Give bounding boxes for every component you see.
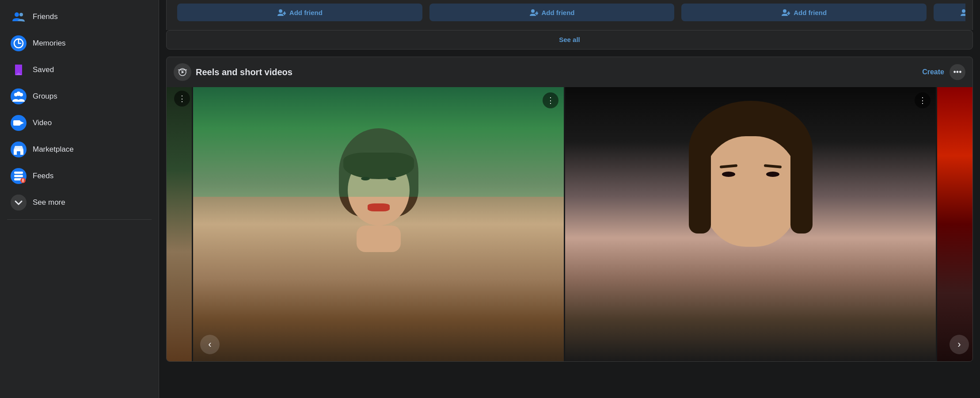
svg-rect-19 (17, 151, 20, 155)
sidebar-item-marketplace[interactable]: Marketplace (4, 137, 155, 162)
sidebar-item-friends[interactable]: Friends (4, 4, 155, 29)
add-friend-icon-3 (781, 8, 790, 17)
friends-icon (11, 9, 27, 25)
reel-card-partial-right: › (937, 87, 972, 361)
svg-point-1 (15, 12, 19, 17)
see-all-container: See all (166, 30, 973, 50)
sidebar-item-video[interactable]: Video (4, 111, 155, 135)
friend-card-1: Add friend (174, 0, 426, 25)
reels-title: Reels and short videos (196, 67, 292, 77)
svg-rect-22 (14, 175, 23, 177)
reels-icon (174, 63, 191, 81)
reel-1-options-button[interactable]: ⋮ (174, 91, 190, 107)
add-friend-label-2: Add friend (542, 9, 575, 16)
sidebar-item-memories[interactable]: Memories (4, 31, 155, 56)
reels-actions: Create ••• (922, 64, 965, 80)
marketplace-icon (11, 142, 27, 157)
main-content: Add friend Add friend (159, 0, 980, 398)
memories-icon (11, 35, 27, 51)
reel-3-dots-icon: ⋮ (919, 96, 927, 105)
sidebar-item-groups-label: Groups (33, 92, 57, 101)
reel-prev-icon: ‹ (208, 339, 211, 350)
saved-icon (11, 62, 27, 78)
reels-title-group: Reels and short videos (174, 63, 292, 81)
svg-point-28 (279, 9, 282, 13)
add-friend-icon-2 (529, 8, 538, 17)
reel-1-background (167, 87, 192, 361)
sidebar-item-feeds[interactable]: Feeds (4, 164, 155, 188)
sidebar-item-memories-label: Memories (33, 39, 66, 48)
sidebar-item-saved-label: Saved (33, 65, 54, 74)
three-dots-icon: ••• (953, 68, 962, 77)
reel-card-2: ⋮ ‹ (193, 87, 565, 361)
video-icon (11, 115, 27, 131)
sidebar-item-friends-label: Friends (33, 12, 58, 21)
svg-point-27 (11, 195, 27, 210)
friend-card-3: Add friend (678, 0, 930, 25)
sidebar-item-feeds-label: Feeds (33, 172, 53, 180)
feeds-icon (11, 168, 27, 184)
sidebar-item-video-label: Video (33, 119, 52, 127)
svg-point-10 (11, 88, 27, 104)
sidebar-divider (7, 219, 152, 220)
add-friend-icon-1 (277, 8, 286, 17)
reel-3-face (689, 101, 813, 322)
add-friend-button-1[interactable]: Add friend (177, 4, 422, 21)
sidebar: Friends Memories Saved (0, 0, 159, 398)
friend-card-4-partial (930, 0, 965, 25)
reel-1-dots-icon: ⋮ (178, 94, 186, 103)
add-friend-button-2[interactable]: Add friend (429, 4, 675, 21)
add-friend-button-4[interactable] (934, 4, 965, 21)
reel-2-dots-icon: ⋮ (547, 96, 555, 105)
reel-4-background (937, 87, 972, 361)
reel-card-partial-left: ⋮ (167, 87, 193, 361)
reel-2-options-button[interactable]: ⋮ (543, 92, 558, 108)
chevron-down-icon (11, 195, 27, 210)
svg-point-26 (23, 181, 23, 182)
svg-point-0 (11, 9, 27, 25)
svg-rect-21 (14, 172, 23, 174)
reels-play-icon (177, 67, 188, 77)
sidebar-item-see-more[interactable]: See more (4, 190, 155, 215)
add-friend-label-1: Add friend (289, 9, 323, 16)
reel-3-background (565, 87, 936, 361)
friend-card-2: Add friend (426, 0, 678, 25)
groups-icon (11, 88, 27, 104)
sidebar-item-see-more-label: See more (33, 198, 65, 207)
reels-section: Reels and short videos Create ••• ⋮ (166, 57, 973, 362)
add-friend-button-3[interactable]: Add friend (681, 4, 927, 21)
svg-rect-15 (13, 120, 20, 126)
reel-2-background (193, 87, 564, 361)
add-friends-row: Add friend Add friend (166, 0, 973, 30)
reels-header: Reels and short videos Create ••• (167, 57, 972, 87)
svg-point-13 (16, 92, 21, 96)
reels-more-options-button[interactable]: ••• (950, 64, 965, 80)
sidebar-item-marketplace-label: Marketplace (33, 145, 74, 154)
reel-prev-button[interactable]: ‹ (200, 335, 220, 354)
svg-point-34 (783, 9, 786, 13)
svg-point-37 (962, 9, 965, 13)
create-link[interactable]: Create (922, 68, 944, 76)
sidebar-item-groups[interactable]: Groups (4, 84, 155, 109)
add-friend-label-3: Add friend (794, 9, 827, 16)
add-friend-icon-4 (960, 8, 965, 17)
svg-point-31 (531, 9, 535, 13)
reel-next-button[interactable]: › (950, 335, 969, 354)
svg-point-2 (19, 13, 23, 16)
sidebar-item-saved[interactable]: Saved (4, 57, 155, 82)
reel-card-3: ⋮ (565, 87, 937, 361)
reel-next-icon: › (957, 339, 961, 350)
reels-grid: ⋮ (167, 87, 972, 361)
reel-3-options-button[interactable]: ⋮ (915, 92, 931, 108)
see-all-link[interactable]: See all (559, 36, 580, 43)
